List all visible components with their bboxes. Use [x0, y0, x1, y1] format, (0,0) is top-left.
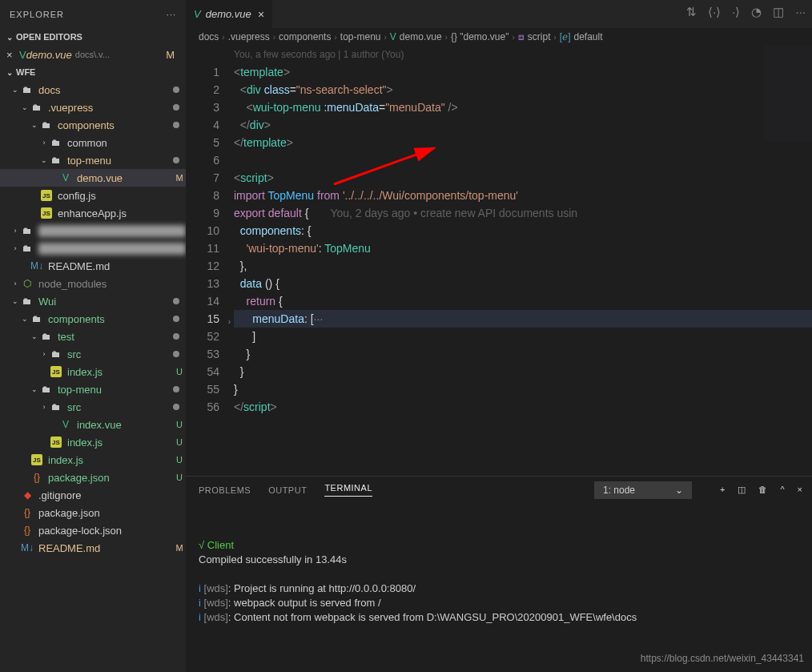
close-icon[interactable]: ×	[258, 8, 264, 21]
file-item[interactable]: Vdemo.vueM	[0, 169, 186, 187]
file-item[interactable]: M↓README.mdM	[0, 539, 186, 557]
terminal-select[interactable]: 1: node	[594, 481, 692, 499]
folder-item[interactable]: ⌄🖿components	[0, 310, 186, 328]
split-terminal-icon[interactable]: ◫	[738, 485, 746, 495]
folder-item[interactable]: ›🖿xxxxxx	[0, 222, 186, 239]
folder-item[interactable]: ⌄🖿top-menu	[0, 380, 186, 398]
file-item[interactable]: JSindex.jsU	[0, 433, 186, 451]
bottom-panel: PROBLEMS OUTPUT TERMINAL 1: node + ◫ 🗑 ^…	[186, 476, 812, 672]
vue-icon: V	[194, 8, 201, 20]
open-editors-header[interactable]: ⌄ OPEN EDITORS	[0, 28, 186, 46]
file-tree: ⌄🖿docs⌄🖿.vuepress⌄🖿components›🖿common⌄🖿t…	[0, 81, 186, 557]
breadcrumb-item[interactable]: ⧈ script	[518, 31, 551, 42]
folder-item[interactable]: ›🖿src	[0, 345, 186, 363]
chevron-down-icon: ⌄	[3, 33, 16, 42]
editor-area: V demo.vue × ⇅ ⟨·⟩ ·⟩ ◔ ◫ ··· docs›.vuep…	[186, 0, 812, 672]
circle-icon[interactable]: ◔	[751, 5, 762, 19]
line-gutter: 123456789101112131415›5253545556	[186, 46, 234, 476]
breadcrumb-item[interactable]: top-menu	[340, 31, 381, 42]
file-item[interactable]: JSconfig.js	[0, 187, 186, 204]
terminal-output[interactable]: √ Client Compiled successfully in 13.44s…	[186, 503, 812, 672]
breadcrumb[interactable]: docs›.vuepress›components›top-menu›V dem…	[186, 28, 812, 46]
maximize-icon[interactable]: ^	[780, 485, 784, 495]
explorer-sidebar: EXPLORER ··· ⌄ OPEN EDITORS × V demo.vue…	[0, 0, 186, 672]
git-compare-icon[interactable]: ⇅	[686, 5, 697, 19]
panel-tabs: PROBLEMS OUTPUT TERMINAL 1: node + ◫ 🗑 ^…	[186, 477, 812, 503]
file-item[interactable]: ◆.gitignore	[0, 486, 186, 504]
panel-actions: + ◫ 🗑 ^ ×	[720, 485, 802, 495]
breadcrumb-item[interactable]: [ℯ] default	[560, 31, 603, 42]
file-item[interactable]: JSindex.jsU	[0, 451, 186, 469]
close-icon[interactable]: ×	[6, 49, 19, 61]
breadcrumb-item[interactable]: {} "demo.vue"	[451, 31, 509, 42]
file-item[interactable]: M↓README.md	[0, 257, 186, 275]
tab-demo-vue[interactable]: V demo.vue ×	[186, 0, 273, 28]
breadcrumb-item[interactable]: docs	[199, 31, 219, 42]
folder-item[interactable]: ⌄🖿Wui	[0, 292, 186, 310]
tab-problems[interactable]: PROBLEMS	[199, 485, 251, 495]
kill-terminal-icon[interactable]: 🗑	[758, 485, 767, 495]
more-icon[interactable]: ···	[795, 5, 806, 19]
breadcrumb-item[interactable]: .vuepress	[228, 31, 270, 42]
gitlens-blame: You, a few seconds ago | 1 author (You)	[234, 46, 812, 63]
tab-output[interactable]: OUTPUT	[268, 485, 307, 495]
more-icon[interactable]: ···	[167, 10, 176, 19]
folder-item[interactable]: ›🖿src	[0, 398, 186, 416]
chevron-down-icon: ⌄	[3, 68, 16, 77]
code-content[interactable]: You, a few seconds ago | 1 author (You) …	[234, 46, 812, 476]
folder-item[interactable]: ›🖿xxxxxx	[0, 239, 186, 257]
new-terminal-icon[interactable]: +	[720, 485, 725, 495]
file-item[interactable]: JSindex.jsU	[0, 363, 186, 380]
editor-actions: ⇅ ⟨·⟩ ·⟩ ◔ ◫ ···	[686, 5, 806, 19]
breadcrumb-item[interactable]: components	[279, 31, 331, 42]
minimap[interactable]	[764, 46, 812, 142]
split-icon[interactable]: ◫	[773, 5, 784, 19]
folder-item[interactable]: ⌄🖿top-menu	[0, 151, 186, 169]
watermark: https://blog.csdn.net/weixin_43443341	[641, 653, 804, 664]
folder-item[interactable]: ›🖿common	[0, 134, 186, 151]
open-editor-item[interactable]: × V demo.vue docs\.v... M	[0, 46, 186, 63]
tab-terminal[interactable]: TERMINAL	[324, 483, 372, 497]
file-item[interactable]: {}package.json	[0, 504, 186, 521]
explorer-header: EXPLORER ···	[0, 0, 186, 28]
workspace-header[interactable]: ⌄ WFE	[0, 63, 186, 81]
file-item[interactable]: {}package.jsonU	[0, 469, 186, 486]
explorer-title: EXPLORER	[10, 10, 64, 19]
folder-item[interactable]: ⌄🖿docs	[0, 81, 186, 99]
nav-fwd-icon[interactable]: ·⟩	[732, 5, 740, 19]
folder-item[interactable]: ⌄🖿test	[0, 328, 186, 345]
folder-item[interactable]: ›⬡node_modules	[0, 275, 186, 292]
folder-item[interactable]: ⌄🖿.vuepress	[0, 99, 186, 116]
code-editor[interactable]: 123456789101112131415›5253545556 You, a …	[186, 46, 812, 476]
nav-back-icon[interactable]: ⟨·⟩	[708, 5, 721, 19]
file-item[interactable]: JSenhanceApp.js	[0, 204, 186, 222]
folder-item[interactable]: ⌄🖿components	[0, 116, 186, 134]
vue-icon: V	[19, 49, 26, 61]
close-panel-icon[interactable]: ×	[798, 485, 802, 495]
breadcrumb-item[interactable]: V demo.vue	[390, 31, 442, 42]
file-item[interactable]: {}package-lock.json	[0, 521, 186, 539]
file-item[interactable]: Vindex.vueU	[0, 416, 186, 433]
